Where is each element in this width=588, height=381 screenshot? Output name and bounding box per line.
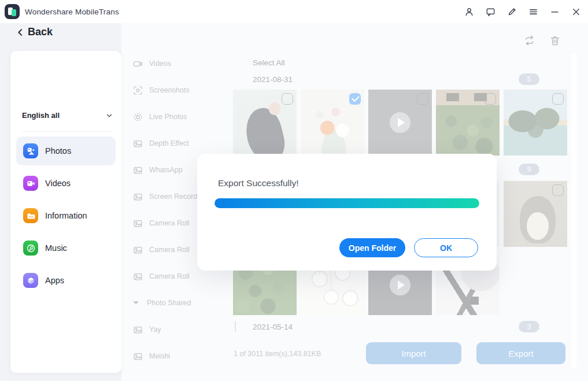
pen-icon[interactable] bbox=[505, 5, 518, 18]
account-icon[interactable] bbox=[463, 5, 475, 18]
album-item-camera-roll-3[interactable]: Camera Roll bbox=[133, 263, 189, 290]
export-button[interactable]: Export bbox=[476, 342, 565, 364]
chevron-left-icon bbox=[16, 28, 24, 37]
album-item-screen-recorder[interactable]: Screen Recorder bbox=[133, 183, 204, 210]
chevron-down-icon bbox=[133, 301, 139, 305]
album-item-depth-effect[interactable]: Depth Effect bbox=[133, 130, 189, 157]
sidebar-item-music[interactable]: Music bbox=[16, 234, 116, 262]
sidebar-item-photos[interactable]: Photos bbox=[16, 136, 116, 165]
photo-icon bbox=[133, 352, 143, 361]
video-camera-icon bbox=[133, 59, 143, 69]
delete-icon[interactable] bbox=[549, 35, 562, 47]
selection-status: 1 of 3011 item(s),143.81KB bbox=[234, 350, 321, 358]
minimize-button[interactable] bbox=[548, 5, 561, 18]
ok-button[interactable]: OK bbox=[414, 238, 478, 257]
chevron-down-icon bbox=[105, 112, 113, 120]
album-item-videos[interactable]: Videos bbox=[133, 50, 171, 77]
date-group-checkbox[interactable] bbox=[235, 321, 236, 332]
sidebar-item-information[interactable]: Information bbox=[16, 201, 116, 230]
feedback-icon[interactable] bbox=[484, 5, 497, 18]
live-photo-icon bbox=[133, 112, 143, 122]
album-item-screenshots[interactable]: Screenshots bbox=[133, 77, 189, 103]
photo-thumbnail[interactable] bbox=[233, 90, 297, 156]
photo-checkbox[interactable] bbox=[485, 93, 496, 105]
photo-checkbox-checked[interactable] bbox=[349, 93, 361, 105]
album-item-yay[interactable]: Yay bbox=[133, 316, 161, 343]
album-item-whatsapp[interactable]: WhatsApp bbox=[133, 157, 183, 183]
photo-thumbnail[interactable] bbox=[436, 90, 500, 156]
photo-thumbnail[interactable] bbox=[504, 181, 567, 247]
divider bbox=[22, 131, 111, 132]
photo-thumbnail[interactable] bbox=[504, 90, 567, 156]
titlebar: Wondershare MobileTrans bbox=[0, 0, 588, 23]
video-thumbnail[interactable] bbox=[368, 90, 432, 156]
album-item-meishi[interactable]: Meishi bbox=[133, 343, 170, 369]
photos-icon bbox=[23, 143, 38, 158]
sidebar: English all Photos Videos Information Mu… bbox=[10, 51, 121, 373]
close-button[interactable] bbox=[569, 5, 582, 18]
album-item-camera-roll-2[interactable]: Camera Roll bbox=[133, 236, 189, 263]
date-group-label: 2021-05-14 bbox=[253, 323, 293, 331]
album-item-camera-roll-1[interactable]: Camera Roll bbox=[133, 210, 189, 236]
photo-icon bbox=[133, 219, 143, 228]
back-label: Back bbox=[28, 26, 53, 38]
date-group-label: 2021-08-31 bbox=[253, 75, 293, 84]
photo-thumbnail[interactable] bbox=[301, 90, 364, 156]
sidebar-item-apps[interactable]: Apps bbox=[16, 266, 116, 295]
photo-checkbox[interactable] bbox=[282, 93, 293, 105]
screenshot-icon bbox=[133, 86, 143, 95]
photo-icon bbox=[133, 192, 143, 202]
dialog-message: Export Successfully! bbox=[218, 178, 299, 188]
play-icon bbox=[390, 275, 411, 295]
scrollbar[interactable] bbox=[571, 53, 576, 369]
transfer-refresh-icon[interactable] bbox=[524, 35, 537, 47]
select-all-label: Select All bbox=[253, 58, 285, 67]
back-button[interactable]: Back bbox=[16, 26, 53, 38]
photo-icon bbox=[133, 272, 143, 282]
album-group-photo-shared[interactable]: Photo Shared bbox=[133, 290, 191, 316]
sidebar-item-videos[interactable]: Videos bbox=[16, 169, 116, 198]
photo-checkbox[interactable] bbox=[552, 184, 564, 196]
photo-icon bbox=[133, 139, 143, 149]
progress-bar-fill bbox=[215, 198, 479, 208]
count-badge: 9 bbox=[519, 164, 539, 175]
photo-checkbox[interactable] bbox=[417, 93, 428, 105]
music-icon bbox=[23, 241, 38, 256]
play-icon bbox=[390, 112, 411, 133]
progress-bar bbox=[215, 198, 479, 208]
apps-icon bbox=[23, 273, 38, 288]
menu-icon[interactable] bbox=[527, 5, 539, 18]
app-title: Wondershare MobileTrans bbox=[25, 8, 119, 16]
language-selector[interactable]: English all bbox=[22, 111, 113, 120]
videos-icon bbox=[23, 176, 38, 191]
photo-icon bbox=[133, 245, 143, 255]
count-badge: 5 bbox=[519, 73, 539, 85]
export-success-dialog: Export Successfully! Open Folder OK bbox=[197, 154, 497, 271]
import-button[interactable]: Import bbox=[366, 342, 461, 364]
photo-checkbox[interactable] bbox=[552, 93, 564, 105]
album-item-live-photos[interactable]: Live Photos bbox=[133, 103, 187, 130]
app-logo-icon bbox=[5, 4, 20, 19]
language-selector-value: English all bbox=[22, 111, 60, 120]
information-icon bbox=[23, 208, 38, 223]
count-badge: 3 bbox=[519, 321, 539, 332]
photo-icon bbox=[133, 325, 143, 335]
open-folder-button[interactable]: Open Folder bbox=[339, 238, 405, 257]
photo-icon bbox=[133, 165, 143, 175]
